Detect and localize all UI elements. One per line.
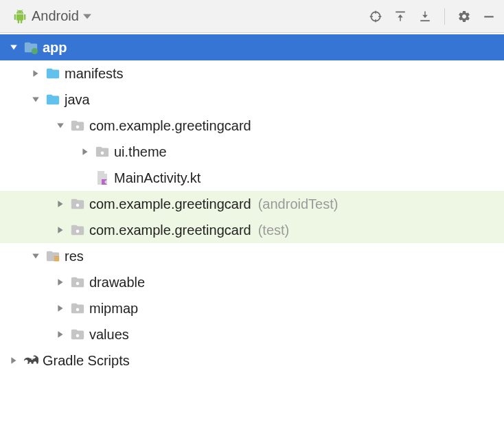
package-folder-icon (70, 275, 85, 290)
chevron-right-icon[interactable] (80, 146, 91, 157)
tree-item-label: res (65, 249, 84, 264)
chevron-right-icon[interactable] (30, 68, 41, 79)
svg-rect-9 (484, 16, 494, 17)
tree-item-app[interactable]: app (0, 34, 504, 60)
folder-icon (45, 66, 60, 81)
chevron-right-icon[interactable] (55, 303, 66, 314)
view-selector[interactable]: Android (7, 5, 97, 27)
svg-point-12 (101, 152, 104, 155)
gear-icon[interactable] (456, 8, 472, 25)
tree-item-suffix: (test) (258, 222, 290, 238)
select-opened-file-icon[interactable] (367, 8, 384, 25)
collapse-all-icon[interactable] (417, 8, 433, 25)
tree-item-mipmap[interactable]: mipmap (0, 295, 504, 321)
tree-item-package-test[interactable]: com.example.greetingcard (test) (0, 217, 504, 243)
svg-rect-5 (396, 11, 405, 12)
chevron-right-icon[interactable] (55, 277, 66, 288)
tree-item-main-activity[interactable]: MainActivity.kt (0, 165, 504, 191)
toolbar-separator (444, 8, 445, 25)
gradle-icon (23, 353, 38, 368)
tree-item-ui-theme[interactable]: ui.theme (0, 139, 504, 165)
chevron-down-icon[interactable] (55, 120, 66, 131)
tree-item-drawable[interactable]: drawable (0, 269, 504, 295)
tree-item-label: drawable (89, 275, 145, 290)
chevron-down-icon[interactable] (30, 251, 41, 262)
resource-folder-icon (45, 249, 60, 264)
tree-item-label: values (89, 327, 129, 343)
svg-rect-6 (400, 16, 401, 21)
tree-item-label: com.example.greetingcard (89, 222, 251, 238)
svg-rect-16 (54, 258, 59, 260)
package-folder-icon (70, 118, 85, 133)
android-icon (12, 9, 27, 24)
tree-item-label: Gradle Scripts (43, 353, 130, 369)
chevron-right-icon[interactable] (55, 329, 66, 340)
hide-icon[interactable] (481, 8, 497, 25)
svg-point-11 (76, 126, 80, 129)
chevron-down-icon[interactable] (8, 42, 19, 53)
tree-item-gradle-scripts[interactable]: Gradle Scripts (0, 347, 504, 374)
tree-item-label: MainActivity.kt (114, 170, 201, 186)
expand-all-icon[interactable] (392, 8, 409, 25)
tree-item-values[interactable]: values (0, 321, 504, 347)
package-folder-icon (70, 327, 85, 342)
tree-item-res[interactable]: res (0, 243, 504, 269)
package-folder-icon (70, 301, 85, 316)
tree-item-label: com.example.greetingcard (89, 196, 251, 212)
tree-item-java[interactable]: java (0, 87, 504, 113)
chevron-down-icon[interactable] (30, 94, 41, 105)
package-folder-icon (70, 196, 85, 212)
svg-rect-17 (54, 260, 59, 262)
svg-point-14 (76, 230, 80, 233)
tree-item-package-android-test[interactable]: com.example.greetingcard (androidTest) (0, 191, 504, 217)
svg-point-18 (76, 282, 80, 286)
svg-rect-15 (54, 256, 59, 258)
svg-rect-7 (420, 20, 430, 21)
svg-point-21 (32, 358, 33, 360)
svg-point-20 (76, 334, 80, 338)
toolbar-left: Android (7, 5, 367, 27)
package-folder-icon (70, 222, 85, 238)
tree-item-label: ui.theme (114, 144, 167, 160)
tree-item-label: java (65, 92, 90, 108)
module-folder-icon (23, 40, 38, 55)
tree-item-label: app (43, 40, 67, 56)
svg-point-13 (76, 204, 80, 207)
tree-item-label: com.example.greetingcard (89, 118, 251, 134)
tree-item-package-main[interactable]: com.example.greetingcard (0, 113, 504, 139)
toolbar-right (367, 8, 497, 25)
svg-point-19 (76, 308, 80, 312)
kotlin-file-icon (95, 170, 110, 185)
view-name: Android (32, 8, 79, 24)
tree-item-manifests[interactable]: manifests (0, 60, 504, 87)
dropdown-arrow-icon (83, 8, 91, 24)
toolbar: Android (0, 0, 504, 33)
folder-icon (45, 92, 60, 107)
svg-rect-8 (424, 11, 426, 15)
chevron-right-icon[interactable] (55, 198, 66, 209)
svg-point-10 (32, 48, 38, 54)
chevron-right-icon[interactable] (55, 225, 66, 236)
tree-item-label: manifests (65, 66, 124, 82)
chevron-right-icon[interactable] (8, 355, 19, 366)
project-tree: app manifests java com.example.greetingc… (0, 33, 504, 374)
package-folder-icon (95, 144, 110, 159)
tree-item-label: mipmap (89, 301, 138, 317)
tree-item-suffix: (androidTest) (258, 196, 339, 212)
